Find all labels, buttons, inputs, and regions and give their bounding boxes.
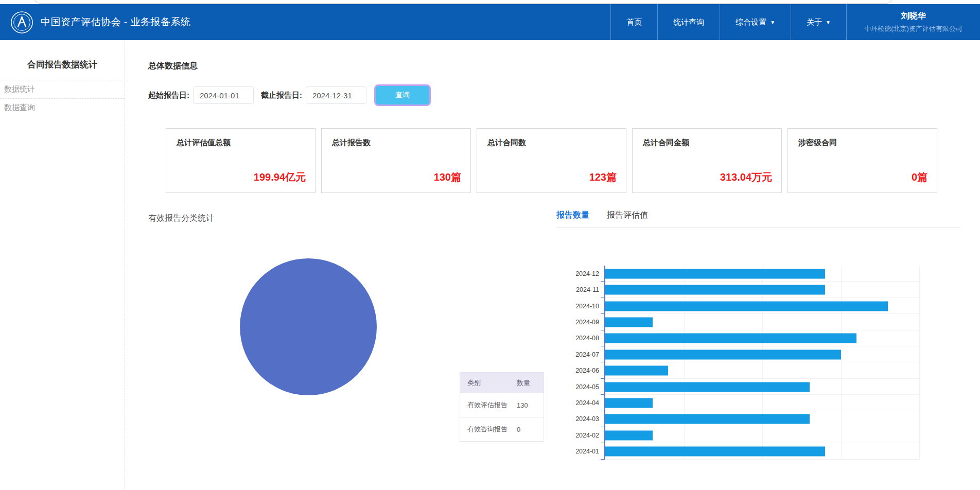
axis-tick xyxy=(601,281,604,282)
chart-row-2024-12: 2024-12 xyxy=(605,266,919,282)
tab-1[interactable]: 报告评估值 xyxy=(607,210,648,221)
horizontal-gridline xyxy=(605,459,919,460)
stat-card-value: 130篇 xyxy=(434,170,461,184)
chart-row-2024-10: 2024-10 xyxy=(605,298,919,314)
stat-card-2: 总计合同数123篇 xyxy=(477,128,626,193)
main-content: 总体数据信息 起始报告日: 截止报告日: 查询 总计评估值总额199.94亿元总… xyxy=(126,40,980,490)
y-axis-label: 2024-11 xyxy=(576,286,599,293)
stat-card-1: 总计报告数130篇 xyxy=(321,128,471,193)
axis-tick xyxy=(601,411,604,411)
stat-card-value: 123篇 xyxy=(589,170,617,184)
bar-2024-09 xyxy=(605,317,653,327)
bar-2024-01 xyxy=(605,447,825,457)
sidebar: 合同报告数据统计 数据统计数据查询 xyxy=(0,40,125,490)
browser-chrome-strip xyxy=(0,0,980,4)
y-axis-label: 2024-03 xyxy=(575,415,599,423)
axis-tick xyxy=(601,459,604,460)
chart-row-2024-04: 2024-04 xyxy=(605,395,919,411)
category-table-header: 类别数量 xyxy=(460,373,544,393)
nav-item-label: 统计查询 xyxy=(673,18,704,27)
category-table-row-0: 有效评估报告130 xyxy=(460,393,544,417)
bar-2024-10 xyxy=(605,301,888,311)
axis-tick xyxy=(601,394,604,395)
start-date-label: 起始报告日: xyxy=(148,91,189,100)
user-name: 刘晓华 xyxy=(901,11,926,22)
top-navbar: 中国资产评估协会 - 业务报备系统 首页统计查询综合设置▼关于▼ 刘晓华 中环松… xyxy=(0,4,980,40)
query-button[interactable]: 查询 xyxy=(376,86,429,104)
y-axis-label: 2024-04 xyxy=(575,399,599,407)
monthly-report-bar-chart: 2024-122024-112024-102024-092024-082024-… xyxy=(604,266,919,460)
bar-2024-06 xyxy=(605,366,668,376)
date-filter-row: 起始报告日: 截止报告日: 查询 xyxy=(148,84,429,106)
stat-card-value: 199.94亿元 xyxy=(254,170,306,184)
vertical-gridline xyxy=(919,266,920,460)
row-count: 0 xyxy=(517,426,544,433)
end-date-input[interactable] xyxy=(306,86,366,104)
stat-card-0: 总计评估值总额199.94亿元 xyxy=(166,128,316,193)
chart-row-2024-03: 2024-03 xyxy=(605,411,919,427)
nav-item-3[interactable]: 关于▼ xyxy=(791,4,846,40)
caret-down-icon: ▼ xyxy=(826,20,831,25)
axis-tick xyxy=(601,378,604,379)
stat-card-4: 涉密级合同0篇 xyxy=(787,128,937,193)
axis-tick xyxy=(601,362,604,362)
bar-2024-11 xyxy=(605,285,825,295)
axis-tick xyxy=(601,297,604,298)
chart-row-2024-11: 2024-11 xyxy=(605,282,919,297)
stat-card-value: 313.04万元 xyxy=(720,170,772,184)
axis-tick xyxy=(601,313,604,314)
axis-tick xyxy=(601,443,604,443)
chart-row-2024-01: 2024-01 xyxy=(605,443,919,459)
nav-item-label: 综合设置 xyxy=(736,18,766,27)
chart-row-2024-02: 2024-02 xyxy=(605,427,919,443)
user-company: 中环松德(北京)资产评估有限公司 xyxy=(864,24,962,33)
stat-card-3: 总计合同金额313.04万元 xyxy=(632,128,782,193)
axis-tick xyxy=(601,346,604,346)
stat-card-label: 总计合同数 xyxy=(487,138,526,148)
page: 中国资产评估协会 - 业务报备系统 首页统计查询综合设置▼关于▼ 刘晓华 中环松… xyxy=(0,0,980,490)
chart-row-2024-05: 2024-05 xyxy=(605,379,919,395)
axis-tick xyxy=(601,330,604,330)
app-title: 中国资产评估协会 - 业务报备系统 xyxy=(41,15,190,29)
caret-down-icon: ▼ xyxy=(770,20,775,25)
bar-2024-05 xyxy=(605,382,810,392)
y-axis-label: 2024-02 xyxy=(575,432,599,439)
cas-logo-icon xyxy=(10,11,33,34)
end-date-label: 截止报告日: xyxy=(261,91,302,100)
bar-2024-04 xyxy=(605,398,653,408)
stat-card-label: 涉密级合同 xyxy=(798,138,837,148)
bar-2024-03 xyxy=(605,414,810,424)
row-count: 130 xyxy=(517,401,544,409)
browser-omnibox-outline xyxy=(34,0,892,4)
chart-row-2024-09: 2024-09 xyxy=(605,314,919,330)
nav-item-1[interactable]: 统计查询 xyxy=(657,4,720,40)
nav-item-0[interactable]: 首页 xyxy=(610,4,657,40)
y-axis-label: 2024-06 xyxy=(575,367,599,374)
row-category: 有效咨询报告 xyxy=(460,425,517,434)
axis-tick xyxy=(601,427,604,427)
y-axis-label: 2024-07 xyxy=(575,351,599,358)
nav-item-label: 首页 xyxy=(626,18,642,27)
category-table: 类别数量有效评估报告130有效咨询报告0 xyxy=(460,372,544,442)
y-axis-label: 2024-09 xyxy=(575,319,599,326)
bar-2024-02 xyxy=(605,430,653,440)
sidebar-item-0[interactable]: 数据统计 xyxy=(0,80,125,98)
pie-section-title: 有效报告分类统计 xyxy=(148,213,214,224)
report-category-pie-chart xyxy=(240,258,377,395)
start-date-input[interactable] xyxy=(193,86,254,104)
chart-row-2024-06: 2024-06 xyxy=(605,362,919,378)
bar-2024-07 xyxy=(605,349,841,359)
y-axis-label: 2024-12 xyxy=(575,270,599,277)
stat-cards-row: 总计评估值总额199.94亿元总计报告数130篇总计合同数123篇总计合同金额3… xyxy=(166,128,937,193)
chart-tabs: 报告数量报告评估值 xyxy=(556,210,960,228)
stat-card-value: 0篇 xyxy=(912,170,927,184)
user-block[interactable]: 刘晓华 中环松德(北京)资产评估有限公司 xyxy=(846,4,980,40)
nav-item-2[interactable]: 综合设置▼ xyxy=(720,4,791,40)
nav-menu: 首页统计查询综合设置▼关于▼ xyxy=(610,4,846,40)
bar-2024-12 xyxy=(605,269,825,278)
y-axis-label: 2024-01 xyxy=(575,448,599,455)
brand: 中国资产评估协会 - 业务报备系统 xyxy=(0,4,190,40)
tab-0[interactable]: 报告数量 xyxy=(556,210,589,221)
stat-card-label: 总计合同金额 xyxy=(643,138,689,148)
sidebar-item-1[interactable]: 数据查询 xyxy=(0,98,125,117)
